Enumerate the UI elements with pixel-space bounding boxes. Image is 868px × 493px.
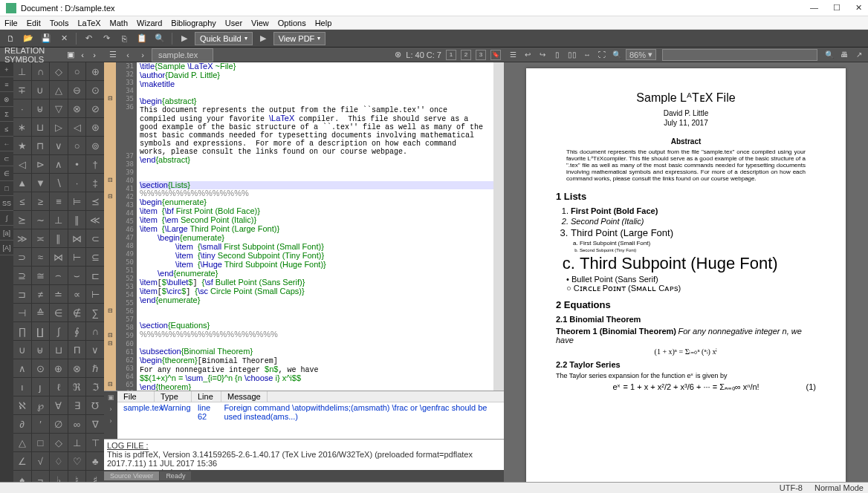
symbol-33[interactable]: ∙ bbox=[68, 174, 86, 192]
viewer-back-icon[interactable]: ↩ bbox=[522, 49, 534, 61]
symbol-12[interactable]: ▽ bbox=[50, 99, 68, 117]
double-page-icon[interactable]: ▯▯ bbox=[566, 49, 578, 61]
symbol-2[interactable]: ◇ bbox=[50, 62, 68, 80]
symbol-8[interactable]: ⊖ bbox=[68, 81, 86, 99]
page-1[interactable]: 1 bbox=[446, 50, 456, 60]
symbol-21[interactable]: ⊓ bbox=[32, 137, 50, 154]
symbol-52[interactable]: ⋈ bbox=[50, 248, 68, 266]
menu-tools[interactable]: Tools bbox=[50, 19, 69, 27]
status-encoding[interactable]: UTF-8 bbox=[780, 483, 803, 492]
symbol-29[interactable]: † bbox=[86, 155, 104, 173]
tab-menu-icon[interactable]: ☰ bbox=[107, 50, 119, 59]
symbol-23[interactable]: ○ bbox=[68, 137, 86, 154]
symbol-48[interactable]: ⋈ bbox=[68, 229, 86, 247]
msg-nav3-icon[interactable]: › bbox=[104, 415, 117, 427]
symbol-6[interactable]: ∪ bbox=[32, 81, 50, 99]
symbol-102[interactable]: ◇ bbox=[50, 434, 68, 451]
symbol-5[interactable]: ∓ bbox=[13, 81, 31, 99]
symbol-71[interactable]: ∐ bbox=[32, 322, 50, 340]
symbol-45[interactable]: ≫ bbox=[13, 229, 31, 247]
symbol-84[interactable]: ℏ bbox=[86, 359, 104, 377]
export-icon[interactable]: ↗ bbox=[853, 49, 865, 61]
symbol-93[interactable]: ∃ bbox=[68, 396, 86, 414]
symbol-40[interactable]: ⪰ bbox=[13, 211, 31, 229]
open-icon[interactable]: 📂 bbox=[21, 31, 36, 46]
close-doc-icon[interactable]: ✕ bbox=[56, 31, 71, 46]
symbol-42[interactable]: ⊥ bbox=[50, 211, 68, 229]
page-3[interactable]: 3 bbox=[476, 50, 486, 60]
symbol-26[interactable]: ⊳ bbox=[32, 155, 50, 173]
symbol-36[interactable]: ≥ bbox=[32, 192, 50, 210]
symbol-20[interactable]: ★ bbox=[13, 137, 31, 154]
symbol-cat-2[interactable]: ⊗ bbox=[0, 92, 13, 107]
symbol-83[interactable]: ⊗ bbox=[68, 359, 86, 377]
symbol-41[interactable]: ∼ bbox=[32, 211, 50, 229]
symbol-cat-3[interactable]: Σ bbox=[0, 107, 13, 122]
symbol-87[interactable]: ℓ bbox=[50, 378, 68, 396]
symbol-28[interactable]: • bbox=[68, 155, 86, 173]
symbol-3[interactable]: ○ bbox=[68, 62, 86, 80]
symbol-37[interactable]: ≡ bbox=[50, 192, 68, 210]
symbol-38[interactable]: ⊨ bbox=[68, 192, 86, 210]
symbol-81[interactable]: ⊙ bbox=[32, 359, 50, 377]
symbol-cat-1[interactable]: ≡ bbox=[0, 77, 13, 92]
symbol-18[interactable]: ◁ bbox=[68, 118, 86, 136]
symbol-34[interactable]: ‡ bbox=[86, 174, 104, 192]
symbol-13[interactable]: ⊗ bbox=[68, 99, 86, 117]
msg-col-type[interactable]: Type bbox=[155, 391, 192, 402]
symbol-68[interactable]: ∉ bbox=[68, 304, 86, 321]
scrollbar[interactable] bbox=[493, 62, 504, 391]
msg-col-message[interactable]: Message bbox=[221, 391, 268, 402]
print-icon[interactable]: 🖶 bbox=[838, 49, 850, 61]
file-tab[interactable]: sample.tex bbox=[152, 48, 213, 62]
symbol-cat-11[interactable]: [a] bbox=[0, 226, 13, 241]
symbol-19[interactable]: ⊛ bbox=[86, 118, 104, 136]
symbol-109[interactable]: ♣ bbox=[86, 452, 104, 470]
zoom-combo[interactable]: 86%▾ bbox=[626, 49, 656, 60]
symbol-cat-4[interactable]: ≤ bbox=[0, 122, 13, 137]
bookmark-icon[interactable]: 🔖 bbox=[490, 50, 501, 60]
symbol-59[interactable]: ⊏ bbox=[86, 267, 104, 284]
symbol-75[interactable]: ∪ bbox=[13, 341, 31, 359]
tab-prev-icon[interactable]: ‹ bbox=[122, 50, 134, 59]
pdf-page[interactable]: Sample LᴬTᴇX File David P. Little July 1… bbox=[526, 68, 846, 482]
tab-next-icon[interactable]: › bbox=[137, 50, 149, 59]
symbol-88[interactable]: ℜ bbox=[68, 378, 86, 396]
symbol-cat-8[interactable]: □ bbox=[0, 181, 13, 196]
symbol-112[interactable]: ♭ bbox=[50, 471, 68, 482]
build-combo[interactable]: Quick Build bbox=[195, 32, 253, 45]
symbol-90[interactable]: ℵ bbox=[13, 396, 31, 414]
symbol-32[interactable]: ∖ bbox=[50, 174, 68, 192]
close-button[interactable]: ✕ bbox=[855, 3, 862, 13]
symbol-101[interactable]: □ bbox=[32, 434, 50, 451]
symbol-96[interactable]: ′ bbox=[32, 415, 50, 433]
symbol-cat-0[interactable]: + bbox=[0, 62, 13, 77]
symbol-17[interactable]: ▷ bbox=[50, 118, 68, 136]
code-editor[interactable]: \title{Sample \LaTeX ~File} \author{Davi… bbox=[137, 62, 504, 391]
pdf-search-input[interactable] bbox=[662, 49, 817, 61]
msg-nav2-icon[interactable]: › bbox=[104, 403, 117, 415]
symbol-55[interactable]: ⊇ bbox=[13, 267, 31, 284]
symbol-94[interactable]: ℧ bbox=[86, 396, 104, 414]
symbol-72[interactable]: ∫ bbox=[50, 322, 68, 340]
symbol-cat-12[interactable]: [A] bbox=[0, 241, 13, 255]
symbol-49[interactable]: ⊂ bbox=[86, 229, 104, 247]
symbol-53[interactable]: ⊢ bbox=[68, 248, 86, 266]
symbol-63[interactable]: ∝ bbox=[68, 285, 86, 303]
symbol-35[interactable]: ≤ bbox=[13, 192, 31, 210]
symbol-103[interactable]: ⊥ bbox=[68, 434, 86, 451]
msg-nav1-icon[interactable]: ▣ bbox=[104, 391, 117, 403]
symbol-70[interactable]: ∏ bbox=[13, 322, 31, 340]
symbol-65[interactable]: ⊣ bbox=[13, 304, 31, 321]
page-2[interactable]: 2 bbox=[461, 50, 471, 60]
symbol-67[interactable]: ∈ bbox=[50, 304, 68, 321]
status-mode[interactable]: Normal Mode bbox=[814, 483, 864, 492]
symbol-82[interactable]: ⊕ bbox=[50, 359, 68, 377]
save-icon[interactable]: 💾 bbox=[39, 31, 54, 46]
fit-width-icon[interactable]: ↔ bbox=[581, 49, 593, 61]
zoom-out-icon[interactable]: 🔍 bbox=[611, 49, 623, 61]
symbol-47[interactable]: ∥ bbox=[50, 229, 68, 247]
symbol-cat-10[interactable]: ∫ bbox=[0, 211, 13, 226]
symbol-80[interactable]: ∧ bbox=[13, 359, 31, 377]
symbol-50[interactable]: ⊃ bbox=[13, 248, 31, 266]
